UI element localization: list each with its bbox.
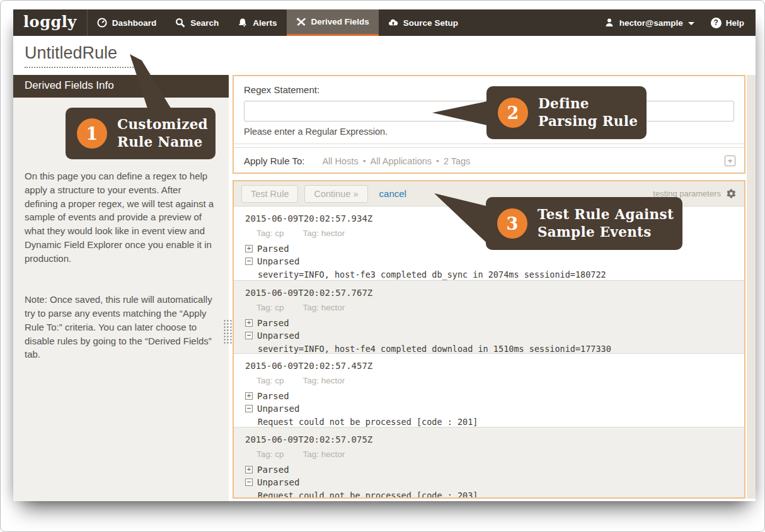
sidebar-paragraph-1: On this page you can define a regex to h… (25, 169, 216, 265)
user-menu[interactable]: hector@sample (604, 18, 694, 28)
callout-3-text: Test Rule AgainstSample Events (527, 206, 686, 241)
bullet-separator: ● (436, 158, 439, 164)
tag-badge: Tag: cp (256, 376, 284, 385)
event-timestamp: 2015-06-09T20:02:57.767Z (245, 288, 744, 298)
parsed-label: Parsed (257, 465, 289, 475)
event-tags: Tag: cp Tag: hector (245, 376, 744, 385)
callout-2-define-parsing-rule: 2 DefineParsing Rule (486, 86, 647, 139)
crossed-tools-icon (296, 17, 306, 27)
parsed-label: Parsed (257, 391, 289, 401)
nav-item-derived-fields[interactable]: Derived Fields (287, 9, 379, 36)
collapse-minus-icon[interactable]: − (245, 405, 253, 412)
event-message: severity=INFO, host-fe4 completed downlo… (245, 344, 744, 354)
callout-3-test-rule-against-sample-events: 3 Test Rule AgainstSample Events (486, 197, 682, 250)
unparsed-toggle[interactable]: − Unparsed (245, 477, 744, 487)
dashboard-gauge-icon (97, 18, 107, 28)
continue-button[interactable]: Continue » (304, 185, 367, 203)
collapse-minus-icon[interactable]: − (245, 258, 253, 265)
parsed-toggle[interactable]: + Parsed (245, 318, 744, 328)
loggly-app-window: loggly Dashboard Search Alerts (13, 9, 756, 501)
parsed-toggle[interactable]: + Parsed (245, 391, 744, 401)
expand-plus-icon[interactable]: + (245, 245, 253, 252)
collapse-minus-icon[interactable]: − (245, 478, 253, 486)
framed-screenshot: loggly Dashboard Search Alerts (0, 0, 765, 532)
sample-events-list: 2015-06-09T20:02:57.934Z Tag: cp Tag: he… (234, 207, 744, 497)
unparsed-label: Unparsed (257, 331, 299, 341)
collapse-minus-icon[interactable]: − (245, 332, 253, 339)
nav-item-alerts[interactable]: Alerts (228, 9, 286, 36)
callout-1-text: CustomizedRule Name (107, 116, 221, 151)
event-timestamp: 2015-06-09T20:02:57.075Z (245, 434, 744, 444)
sidebar-header: Derived Fields Info (13, 75, 229, 98)
callout-2-number-badge: 2 (498, 98, 528, 128)
event-row: 2015-06-09T20:02:57.075Z Tag: cp Tag: he… (234, 427, 744, 498)
nav-item-source-setup[interactable]: Source Setup (379, 9, 468, 36)
tag-badge: Tag: hector (303, 229, 345, 238)
callout-2-text: DefineParsing Rule (528, 95, 650, 130)
top-nav: loggly Dashboard Search Alerts (13, 9, 756, 36)
help-icon: ? (711, 18, 722, 28)
event-row: 2015-06-09T20:02:57.457Z Tag: cp Tag: he… (234, 353, 744, 427)
bell-icon (238, 18, 248, 28)
cancel-link[interactable]: cancel (379, 188, 406, 199)
add-criteria-button[interactable]: + (725, 156, 735, 166)
tag-badge: Tag: cp (256, 450, 284, 459)
title-row: UntitledRule (13, 36, 756, 75)
bullet-separator: ● (363, 158, 366, 164)
nav-label: Dashboard (112, 18, 157, 28)
apply-value-tags: 2 Tags (444, 156, 470, 166)
rule-name-editable[interactable]: UntitledRule (25, 43, 134, 68)
apply-rule-row: Apply Rule To: All Hosts ● All Applicati… (234, 147, 744, 174)
help-button[interactable]: ? Help (711, 18, 744, 28)
expand-plus-icon[interactable]: + (245, 319, 253, 327)
panel-resize-handle[interactable] (222, 319, 232, 345)
nav-label: Alerts (253, 18, 277, 28)
unparsed-label: Unparsed (257, 477, 299, 487)
tag-badge: Tag: cp (256, 303, 284, 312)
event-message: Request could not be processed [code : 2… (245, 490, 744, 498)
nav-label: Derived Fields (311, 17, 369, 26)
unparsed-toggle[interactable]: − Unparsed (245, 331, 744, 341)
cloud-icon (388, 18, 398, 28)
test-rule-button[interactable]: Test Rule (241, 185, 298, 203)
scroll-gutter (747, 75, 756, 499)
callout-1-customized-rule-name: 1 CustomizedRule Name (66, 108, 216, 159)
unparsed-label: Unparsed (257, 256, 299, 266)
sidebar-paragraph-2: Note: Once saved, this rule will automat… (25, 293, 216, 361)
tag-badge: Tag: hector (303, 450, 345, 459)
nav-label: Search (190, 18, 219, 28)
nav-item-dashboard[interactable]: Dashboard (88, 9, 166, 36)
apply-rule-label: Apply Rule To: (244, 156, 304, 166)
expand-plus-icon[interactable]: + (245, 466, 253, 473)
tag-badge: Tag: hector (303, 376, 345, 385)
apply-rule-values: All Hosts ● All Applications ● 2 Tags (322, 156, 470, 166)
nav-label: Source Setup (403, 18, 458, 28)
gear-icon[interactable] (726, 188, 737, 199)
chevron-down-icon (688, 22, 694, 25)
tag-badge: Tag: hector (303, 303, 345, 312)
nav-right-group: hector@sample ? Help (604, 9, 756, 36)
parsed-toggle[interactable]: + Parsed (245, 465, 744, 475)
event-message: severity=INFO, host-fe3 completed db_syn… (245, 269, 744, 280)
unparsed-label: Unparsed (257, 404, 299, 414)
expand-plus-icon[interactable]: + (245, 392, 253, 400)
unparsed-toggle[interactable]: − Unparsed (245, 404, 744, 414)
event-row: 2015-06-09T20:02:57.767Z Tag: cp Tag: he… (234, 280, 744, 354)
user-email: hector@sample (619, 18, 683, 28)
callout-3-number-badge: 3 (497, 208, 527, 239)
nav-item-search[interactable]: Search (166, 9, 228, 36)
apply-value-applications: All Applications (371, 156, 432, 166)
tag-badge: Tag: cp (256, 229, 284, 238)
help-label: Help (726, 18, 744, 28)
parsed-label: Parsed (257, 318, 289, 328)
loggly-logo[interactable]: loggly (13, 9, 87, 36)
event-message: Request could not be processed [code : 2… (245, 417, 744, 427)
search-icon (175, 18, 185, 28)
parsed-label: Parsed (257, 244, 289, 254)
event-tags: Tag: cp Tag: hector (245, 450, 744, 459)
event-timestamp: 2015-06-09T20:02:57.457Z (245, 361, 744, 371)
callout-1-number-badge: 1 (77, 118, 107, 149)
unparsed-toggle[interactable]: − Unparsed (245, 256, 744, 266)
user-icon (604, 18, 614, 28)
apply-value-hosts: All Hosts (322, 156, 358, 166)
